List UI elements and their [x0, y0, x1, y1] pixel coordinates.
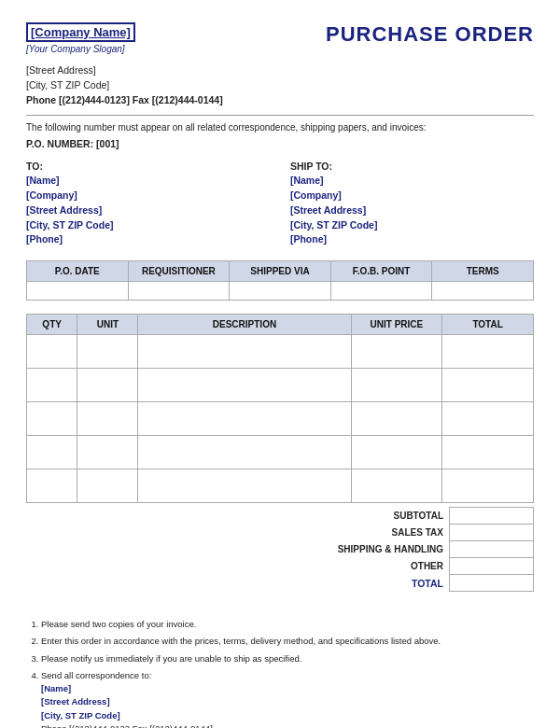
po-date-cell[interactable] [27, 282, 129, 301]
company-slogan: [Your Company Slogan] [26, 44, 135, 54]
term-3: Please notify us immediately if you are … [41, 652, 534, 665]
total-cell-1[interactable] [442, 369, 534, 402]
to-street: [Street Address] [26, 203, 270, 218]
total-cell-2[interactable] [442, 402, 534, 436]
page-title: PURCHASE ORDER [326, 22, 534, 47]
street-address: [Street Address] [26, 63, 534, 78]
sales-tax-row: SALES TAX [301, 525, 534, 541]
col-po-date: P.O. DATE [27, 261, 129, 282]
to-name: [Name] [26, 174, 270, 189]
price-cell-0[interactable] [351, 335, 442, 369]
totals-section: SUBTOTAL SALES TAX SHIPPING & HANDLING O… [26, 507, 534, 605]
company-info: [Company Name] [Your Company Slogan] [26, 22, 135, 54]
fob-point-cell[interactable] [330, 282, 432, 301]
subtotal-label: SUBTOTAL [301, 508, 450, 525]
total-cell-0[interactable] [442, 335, 534, 369]
contact-street: [Street Address] [41, 696, 110, 707]
term-4: Send all correspondence to: [Name] [Stre… [41, 669, 534, 728]
total-label: TotAL [301, 575, 450, 592]
total-value[interactable] [450, 575, 534, 592]
contact-name: [Name] [41, 683, 71, 693]
to-city: [City, ST ZIP Code] [26, 218, 270, 233]
shipped-via-cell[interactable] [230, 282, 331, 301]
ship-to-label: SHIP TO: [290, 161, 534, 172]
col-requisitioner: REQUISITIONER [128, 261, 230, 282]
table-row [27, 436, 534, 469]
col-total: TOTAL [442, 315, 534, 335]
ship-to-section: SHIP TO: [Name] [Company] [Street Addres… [290, 161, 534, 247]
subtotal-row: SUBTOTAL [301, 508, 534, 525]
term-2: Enter this order in accordance with the … [41, 635, 534, 648]
table-row [27, 402, 534, 436]
to-company: [Company] [26, 189, 270, 203]
col-unit: UNIT [77, 315, 138, 335]
terms-cell[interactable] [432, 282, 534, 301]
divider [26, 115, 534, 116]
ship-to-name: [Name] [290, 174, 534, 189]
unit-cell-0[interactable] [77, 335, 138, 369]
qty-cell-0[interactable] [27, 335, 77, 369]
sales-tax-value[interactable] [450, 525, 534, 541]
po-info-table: P.O. DATE REQUISITIONER SHIPPED VIA F.O.… [26, 260, 534, 301]
price-cell-4[interactable] [351, 469, 442, 503]
ship-to-city: [City, ST ZIP Code] [290, 218, 534, 233]
total-cell-3[interactable] [442, 436, 534, 469]
line-items-table: QTY UNIT DESCRIPTION UNIT PRICE TOTAL [26, 314, 534, 503]
unit-cell-2[interactable] [77, 402, 138, 436]
city-state-zip: [City, ST ZIP Code] [26, 78, 534, 93]
col-fob-point: F.O.B. POINT [330, 261, 432, 282]
phone-fax: Phone [(212)444-0123] Fax [(212)444-0144… [26, 93, 534, 108]
price-cell-2[interactable] [351, 402, 442, 436]
table-row [27, 282, 534, 301]
contact-phone-fax: Phone [(212)444-0133 Fax [(212)444-0144] [41, 723, 213, 728]
other-row: OTHER [301, 558, 534, 575]
company-address: [Street Address] [City, ST ZIP Code] Pho… [26, 63, 534, 107]
shipping-row: SHIPPING & HANDLING [301, 541, 534, 558]
to-section: TO: [Name] [Company] [Street Address] [C… [26, 161, 270, 247]
unit-cell-4[interactable] [77, 469, 138, 503]
ship-to-phone: [Phone] [290, 232, 534, 247]
qty-cell-2[interactable] [27, 402, 77, 436]
to-label: TO: [26, 161, 270, 172]
term-1: Please send two copies of your invoice. [41, 618, 534, 631]
po-number: P.O. NUMBER: [001] [26, 138, 534, 149]
company-name: [Company Name] [26, 22, 135, 42]
requisitioner-cell[interactable] [128, 282, 230, 301]
desc-cell-2[interactable] [138, 402, 351, 436]
total-row: TotAL [301, 575, 534, 592]
unit-cell-3[interactable] [77, 436, 138, 469]
qty-cell-1[interactable] [27, 369, 77, 402]
qty-cell-4[interactable] [27, 469, 77, 503]
terms-list: Please send two copies of your invoice. … [26, 618, 534, 728]
to-ship-grid: TO: [Name] [Company] [Street Address] [C… [26, 161, 534, 247]
col-unit-price: UNIT PRICE [351, 315, 442, 335]
table-row [27, 335, 534, 369]
terms-section: Please send two copies of your invoice. … [26, 618, 534, 728]
col-terms: TERMS [432, 261, 534, 282]
contact-city: [City, ST ZIP Code] [41, 710, 120, 721]
ship-to-street: [Street Address] [290, 203, 534, 218]
page-header: [Company Name] [Your Company Slogan] PUR… [26, 22, 534, 54]
desc-cell-3[interactable] [138, 436, 351, 469]
other-label: OTHER [301, 558, 450, 575]
qty-cell-3[interactable] [27, 436, 77, 469]
total-cell-4[interactable] [442, 469, 534, 503]
other-value[interactable] [450, 558, 534, 575]
col-description: DESCRIPTION [138, 315, 351, 335]
table-row [27, 469, 534, 503]
to-phone: [Phone] [26, 232, 270, 247]
col-qty: QTY [27, 315, 77, 335]
subtotal-value[interactable] [450, 508, 534, 525]
shipping-value[interactable] [450, 541, 534, 558]
ship-to-company: [Company] [290, 189, 534, 203]
desc-cell-4[interactable] [138, 469, 351, 503]
table-row [27, 369, 534, 402]
desc-cell-0[interactable] [138, 335, 351, 369]
desc-cell-1[interactable] [138, 369, 351, 402]
price-cell-3[interactable] [351, 436, 442, 469]
unit-cell-1[interactable] [77, 369, 138, 402]
totals-table: SUBTOTAL SALES TAX SHIPPING & HANDLING O… [301, 507, 534, 592]
sales-tax-label: SALES TAX [301, 525, 450, 541]
col-shipped-via: SHIPPED VIA [230, 261, 331, 282]
price-cell-1[interactable] [351, 369, 442, 402]
